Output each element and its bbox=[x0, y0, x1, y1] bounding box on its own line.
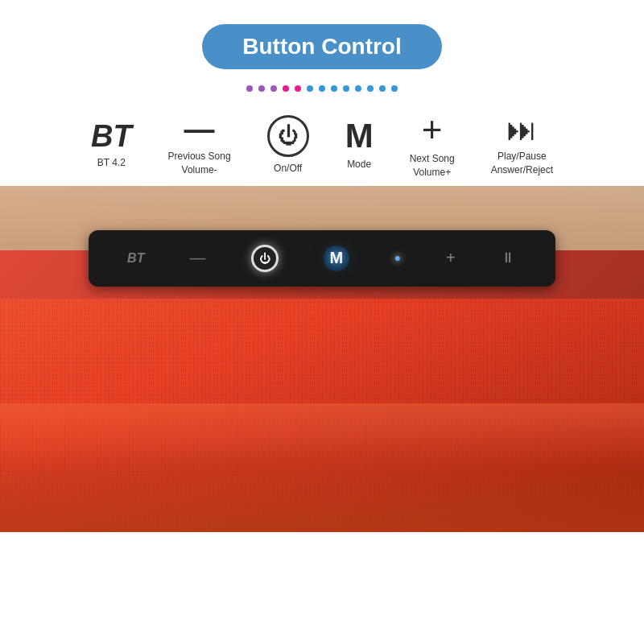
bt-label: BT 4.2 bbox=[97, 156, 126, 170]
dot-1 bbox=[246, 85, 253, 92]
panel-bt: BT bbox=[127, 251, 144, 266]
dot-4 bbox=[283, 85, 289, 92]
dot-3 bbox=[270, 85, 277, 92]
dot-2 bbox=[258, 85, 265, 92]
dot-12 bbox=[379, 85, 386, 92]
plus-icon: + bbox=[422, 112, 443, 147]
power-icon: ⏻ bbox=[267, 115, 309, 157]
speaker-section: BT — ⏻ M • + ⏸ bbox=[0, 186, 644, 532]
controls-row: BT BT 4.2 — Previous Song Volume- ⏻ On/O… bbox=[16, 112, 628, 180]
dot-11 bbox=[367, 85, 374, 92]
top-section: Button Control BT BT 4.2 bbox=[0, 0, 644, 180]
mode-label: Mode bbox=[347, 158, 371, 171]
button-panel: BT — ⏻ M • + ⏸ bbox=[89, 230, 555, 287]
previous-label: Previous Song Volume- bbox=[168, 150, 231, 177]
panel-power: ⏻ bbox=[251, 245, 279, 272]
panel-dot: • bbox=[394, 248, 401, 269]
dot-6 bbox=[307, 85, 313, 92]
title-badge: Button Control bbox=[202, 24, 442, 69]
next-label: Next Song Volume+ bbox=[410, 152, 455, 180]
minus-icon: — bbox=[184, 114, 215, 145]
control-mode: M Mode bbox=[345, 119, 374, 171]
mode-icon: M bbox=[345, 119, 374, 153]
bottom-light bbox=[0, 436, 644, 532]
dot-9 bbox=[343, 85, 349, 92]
dot-5 bbox=[295, 85, 301, 92]
bt-icon: BT bbox=[91, 121, 132, 151]
dot-13 bbox=[391, 85, 398, 92]
panel-power-icon: ⏻ bbox=[259, 252, 270, 265]
panel-plus: + bbox=[446, 249, 456, 267]
control-previous: — Previous Song Volume- bbox=[168, 114, 231, 177]
control-power: ⏻ On/Off bbox=[267, 115, 309, 175]
decorative-dots bbox=[16, 85, 628, 92]
control-next: + Next Song Volume+ bbox=[410, 112, 455, 180]
control-bt: BT BT 4.2 bbox=[91, 121, 132, 170]
dot-8 bbox=[331, 85, 337, 92]
power-label: On/Off bbox=[274, 162, 302, 175]
page-container: Button Control BT BT 4.2 bbox=[0, 0, 644, 532]
dot-7 bbox=[319, 85, 325, 92]
speaker-background: BT — ⏻ M • + ⏸ bbox=[0, 186, 644, 532]
panel-mode: M bbox=[324, 246, 349, 271]
playpause-label: Play/Pause Answer/Reject bbox=[491, 150, 553, 177]
playpause-icon: ⏭ bbox=[506, 114, 537, 145]
panel-playpause: ⏸ bbox=[501, 250, 517, 266]
dot-10 bbox=[355, 85, 361, 92]
speaker-body bbox=[0, 299, 644, 532]
panel-minus: — bbox=[190, 249, 206, 267]
page-title: Button Control bbox=[242, 34, 402, 59]
control-playpause: ⏭ Play/Pause Answer/Reject bbox=[491, 114, 553, 177]
